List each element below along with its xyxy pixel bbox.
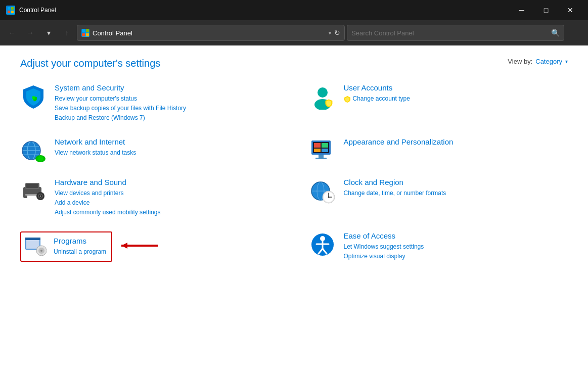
svg-rect-26 [315, 158, 327, 159]
svg-rect-3 [11, 11, 14, 13]
hardware-sound-link-1[interactable]: View devices and printers [55, 189, 279, 198]
appearance-title[interactable]: Appearance and Personalization [344, 137, 568, 146]
app-icon [6, 6, 15, 15]
svg-rect-0 [8, 7, 10, 10]
refresh-button[interactable]: ↻ [334, 29, 340, 37]
titlebar: Control Panel ─ □ ✕ [0, 0, 588, 20]
address-bar-icon [81, 29, 89, 37]
titlebar-left: Control Panel [6, 6, 56, 15]
appearance-text: Appearance and Personalization [344, 137, 568, 148]
dropdown-button[interactable]: ▾ [40, 25, 57, 41]
page-header: Adjust your computer's settings View by:… [20, 58, 568, 69]
svg-rect-23 [314, 149, 321, 152]
category-hardware-sound: Hardware and Sound View devices and prin… [20, 178, 279, 218]
up-button[interactable]: ↑ [59, 25, 75, 41]
svg-rect-31 [27, 196, 37, 199]
arrow-indicator [117, 240, 162, 254]
network-internet-icon [20, 137, 47, 164]
network-internet-text: Network and Internet View network status… [55, 137, 279, 158]
svg-rect-1 [11, 7, 14, 10]
svg-rect-21 [314, 143, 321, 148]
search-bar: 🔍 [347, 25, 564, 41]
svg-rect-7 [86, 33, 89, 36]
svg-rect-4 [82, 29, 85, 32]
minimize-button[interactable]: ─ [510, 2, 533, 18]
category-user-accounts: User Accounts Change account type [309, 83, 568, 123]
main-content: Adjust your computer's settings View by:… [0, 45, 588, 375]
user-accounts-title[interactable]: User Accounts [344, 83, 568, 92]
view-by-value[interactable]: Category [535, 58, 562, 65]
address-text: Control Panel [93, 29, 326, 37]
svg-point-8 [318, 87, 328, 98]
system-security-title[interactable]: System and Security [55, 83, 279, 92]
svg-point-50 [40, 250, 42, 252]
view-by-arrow-icon[interactable]: ▾ [565, 59, 568, 64]
page-title: Adjust your computer's settings [20, 58, 160, 69]
svg-marker-52 [121, 243, 127, 249]
svg-rect-6 [82, 33, 85, 36]
ease-access-title[interactable]: Ease of Access [344, 231, 568, 240]
system-security-link-2[interactable]: Save backup copies of your files with Fi… [55, 104, 279, 113]
hardware-sound-text: Hardware and Sound View devices and prin… [55, 178, 279, 218]
address-bar: Control Panel ▾ ↻ [77, 25, 345, 41]
ease-access-text: Ease of Access Let Windows suggest setti… [344, 231, 568, 261]
clock-region-title[interactable]: Clock and Region [344, 178, 568, 186]
titlebar-controls: ─ □ ✕ [510, 2, 582, 18]
navbar: ← → ▾ ↑ Control Panel ▾ ↻ 🔍 [0, 20, 588, 45]
programs-title[interactable]: Programs [54, 237, 106, 245]
forward-button[interactable]: → [22, 25, 38, 41]
programs-icon [24, 236, 47, 258]
user-accounts-icon [309, 83, 336, 110]
user-accounts-text: User Accounts Change account type [344, 83, 568, 106]
category-programs: Programs Uninstall a program [20, 231, 279, 275]
svg-point-44 [328, 196, 329, 198]
category-network-internet: Network and Internet View network status… [20, 137, 279, 164]
svg-rect-24 [322, 149, 328, 152]
category-system-security: System and Security Review your computer… [20, 83, 279, 123]
category-clock-region: Clock and Region Change date, time, or n… [309, 178, 568, 218]
system-security-link-1[interactable]: Review your computer's status [55, 94, 279, 104]
ease-access-link-2[interactable]: Optimize visual display [344, 252, 568, 261]
titlebar-title: Control Panel [19, 7, 56, 14]
svg-rect-22 [322, 143, 328, 148]
maximize-button[interactable]: □ [534, 2, 558, 18]
svg-rect-2 [8, 11, 10, 13]
user-accounts-link-1[interactable]: Change account type [344, 94, 568, 106]
clock-region-text: Clock and Region Change date, time, or n… [344, 178, 568, 198]
search-input[interactable] [351, 29, 551, 37]
network-internet-link-1[interactable]: View network status and tasks [55, 148, 279, 158]
hardware-sound-icon [20, 178, 47, 204]
svg-point-35 [40, 195, 41, 197]
search-icon: 🔍 [551, 29, 560, 37]
system-security-icon [20, 83, 47, 110]
network-internet-title[interactable]: Network and Internet [55, 137, 279, 146]
ease-access-link-1[interactable]: Let Windows suggest settings [344, 242, 568, 252]
clock-region-link-1[interactable]: Change date, time, or number formats [344, 189, 568, 198]
category-ease-access: Ease of Access Let Windows suggest setti… [309, 231, 568, 261]
system-security-text: System and Security Review your computer… [55, 83, 279, 123]
view-by-control: View by: Category ▾ [508, 58, 568, 65]
programs-text: Programs Uninstall a program [54, 237, 106, 257]
close-button[interactable]: ✕ [559, 2, 582, 18]
appearance-icon [309, 137, 336, 164]
categories-grid: System and Security Review your computer… [20, 83, 568, 276]
clock-region-icon [309, 178, 336, 204]
back-button[interactable]: ← [4, 25, 20, 41]
view-by-label: View by: [508, 58, 532, 65]
svg-rect-29 [26, 184, 38, 188]
category-appearance: Appearance and Personalization [309, 137, 568, 164]
hardware-sound-title[interactable]: Hardware and Sound [55, 178, 279, 186]
programs-link-1[interactable]: Uninstall a program [54, 247, 106, 257]
svg-rect-25 [319, 155, 324, 158]
hardware-sound-link-2[interactable]: Add a device [55, 198, 279, 208]
ease-access-icon [309, 231, 336, 258]
system-security-link-3[interactable]: Backup and Restore (Windows 7) [55, 113, 279, 123]
hardware-sound-link-3[interactable]: Adjust commonly used mobility settings [55, 208, 279, 217]
address-dropdown-icon[interactable]: ▾ [329, 30, 331, 36]
svg-rect-5 [86, 29, 89, 32]
svg-rect-47 [25, 238, 40, 240]
svg-point-18 [37, 156, 43, 161]
